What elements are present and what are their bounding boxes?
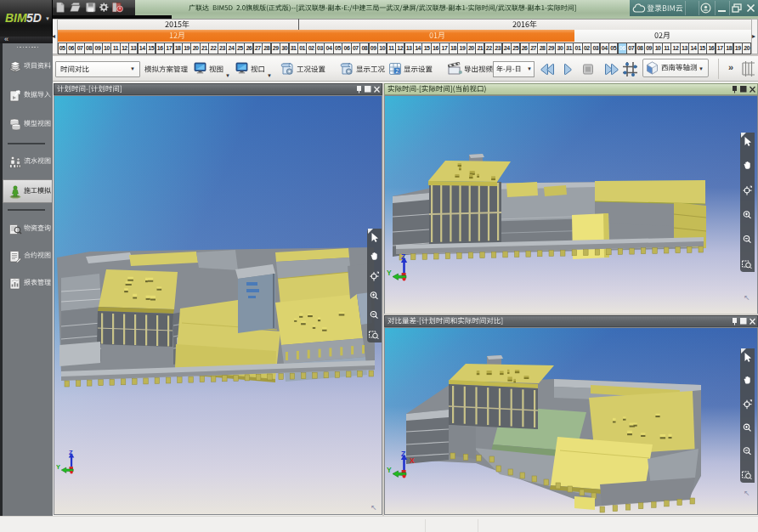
svg-text:X: X (410, 456, 415, 465)
svg-text:Y: Y (387, 269, 392, 277)
svg-text:Y: Y (56, 463, 60, 471)
svg-text:2: 2 (395, 68, 399, 74)
svg-text:Y: Y (387, 466, 392, 474)
